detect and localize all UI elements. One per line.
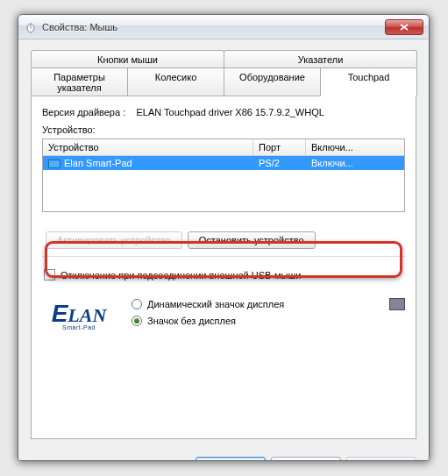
tab-pointers[interactable]: Указатели xyxy=(224,50,417,67)
stop-device-button[interactable]: Остановить устройство xyxy=(188,231,316,249)
device-name: Elan Smart-Pad xyxy=(64,158,132,168)
mouse-icon xyxy=(24,20,38,34)
table-row[interactable]: Elan Smart-Pad PS/2 Включи... xyxy=(43,156,404,170)
ok-button[interactable]: OK xyxy=(196,457,266,461)
touchpad-tab-page: Версия драйвера : ELAN Touchpad driver X… xyxy=(31,96,416,439)
dialog-button-bar: OK Отмена Применить xyxy=(18,448,429,461)
disable-on-usb-row[interactable]: Отключение при подсоединении внешней USB… xyxy=(42,262,405,286)
tab-pointer-options[interactable]: Параметры указателя xyxy=(31,67,128,96)
disable-on-usb-checkbox[interactable] xyxy=(44,269,55,281)
device-listview[interactable]: Устройство Порт Включи... Elan Smart-Pad… xyxy=(42,139,405,212)
device-enabled: Включи... xyxy=(306,156,404,170)
display-preview-icon xyxy=(389,298,405,310)
display-icon-options: Динамический значок дисплея Значок без д… xyxy=(132,298,405,331)
touchpad-device-icon xyxy=(48,160,60,168)
column-port[interactable]: Порт xyxy=(253,139,306,155)
radio-dynamic-label: Динамический значок дисплея xyxy=(147,299,284,309)
tab-wheel[interactable]: Колесико xyxy=(127,67,224,96)
tab-hardware[interactable]: Оборудование xyxy=(224,67,321,96)
radio-no-display-label: Значок без дисплея xyxy=(147,316,236,326)
listview-header: Устройство Порт Включи... xyxy=(43,139,404,156)
titlebar[interactable]: Свойства: Мышь xyxy=(18,15,429,39)
device-port: PS/2 xyxy=(253,156,306,170)
driver-version-line: Версия драйвера : ELAN Touchpad driver X… xyxy=(42,107,405,117)
driver-version-label: Версия драйвера : xyxy=(42,107,125,117)
tabs-row-1: Кнопки мыши Указатели xyxy=(31,50,416,67)
radio-no-display-row[interactable]: Значок без дисплея xyxy=(132,316,405,326)
column-enabled[interactable]: Включи... xyxy=(306,139,404,155)
cancel-button[interactable]: Отмена xyxy=(271,457,341,461)
tab-touchpad[interactable]: Touchpad xyxy=(320,67,417,96)
elan-logo: ELAN Smart-Pad xyxy=(42,298,116,337)
radio-dynamic-icon-row[interactable]: Динамический значок дисплея xyxy=(132,298,405,310)
radio-no-display-icon[interactable] xyxy=(132,316,142,326)
radio-dynamic-icon[interactable] xyxy=(132,299,142,309)
close-button[interactable] xyxy=(385,19,423,35)
mouse-properties-window: Свойства: Мышь Кнопки мыши Указатели Пар… xyxy=(18,14,430,461)
close-icon xyxy=(400,24,409,31)
device-label: Устройство: xyxy=(42,124,405,135)
disable-on-usb-label: Отключение при подсоединении внешней USB… xyxy=(60,270,302,281)
tabs-row-2: Параметры указателя Колесико Оборудовани… xyxy=(31,67,416,96)
window-title: Свойства: Мышь xyxy=(42,22,385,32)
apply-button: Применить xyxy=(346,457,416,461)
tab-buttons[interactable]: Кнопки мыши xyxy=(31,50,224,67)
driver-version-value: ELAN Touchpad driver X86 15.7.9.2_WHQL xyxy=(136,107,324,117)
activate-device-button: Активировать устройство xyxy=(46,231,182,249)
column-device[interactable]: Устройство xyxy=(43,139,253,155)
separator xyxy=(42,256,405,257)
